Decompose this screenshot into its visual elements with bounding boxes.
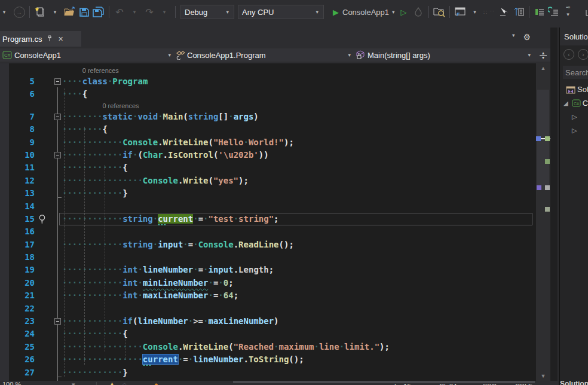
navigation-bar: C# ConsoleApp1 ▾ ConsoleApp1.Program ▾ M… [0,47,558,63]
vertical-scrollbar[interactable]: ▲ ▼ [536,63,550,381]
expanded-arrow-icon[interactable]: ◢ [564,100,568,106]
line-number: 21 [0,289,35,302]
hot-reload-icon[interactable] [412,5,425,19]
code-line-11[interactable]: 11············{ [0,161,536,174]
spc-indicator[interactable]: SPC [483,383,497,385]
browser-link-icon[interactable] [454,5,467,19]
code-line-22[interactable]: 22 [0,302,536,315]
toolbar-overflow-caret-icon[interactable]: ▾ [0,5,11,19]
scrollbar-annotation-mark [536,136,541,141]
warning-icon[interactable]: ▲ [109,381,115,385]
separator [449,6,450,18]
decrease-indent-icon[interactable] [533,5,546,19]
redo-caret-icon[interactable]: ▾ [158,5,171,19]
zoom-level[interactable]: 100 % [2,381,21,385]
tree-item-solution[interactable]: Solution 'ConsoleApp1' [560,82,588,96]
tree-item-collapsed[interactable]: ▷ [560,110,588,124]
code-line-24[interactable]: 24············{ [0,328,536,340]
error-circle-icon[interactable]: ● [154,381,158,385]
project-dropdown-label: ConsoleApp1 [14,51,61,60]
code-line-19[interactable]: 19············int·lineNumber·=·input.Len… [0,264,536,276]
pin-icon[interactable] [47,35,53,42]
tree-item-project[interactable]: ◢ C# ConsoleApp1 [560,96,588,110]
fold-collapse-box[interactable] [54,152,61,158]
settings-gear-icon[interactable]: ⚙ [523,32,531,42]
new-project-caret-icon[interactable]: ▾ [48,5,62,19]
collapsed-arrow-icon[interactable]: ▷ [572,113,577,121]
scrollbar-annotation-mark [545,207,550,212]
char-indicator[interactable]: Ch 34 [439,383,457,385]
code-editor[interactable]: 0 references5····class·Program6····{0 re… [0,63,536,381]
line-indicator[interactable]: Ln 15 [394,383,411,385]
code-line-20[interactable]: 20············int·minLineNumber·=·0; [0,277,536,289]
member-dropdown[interactable]: Main(string[] args) ▾ [353,48,535,62]
undo-caret-icon[interactable]: ▾ [128,5,141,19]
start-without-debugging-icon[interactable]: ▷ [397,5,411,19]
toolbar-grip[interactable]: ·· ·· ·· [483,5,497,19]
close-icon[interactable]: × [58,34,63,44]
start-debugging-button[interactable]: ▶ ConsoleApp1 ▾ [333,5,396,19]
code-line-18[interactable]: 18 [0,251,536,264]
scroll-down-arrow-icon[interactable]: ▼ [536,373,550,379]
type-dropdown[interactable]: ConsoleApp1.Program ▾ [173,48,356,62]
eol-indicator[interactable]: CRLF [515,383,532,385]
code-line-6[interactable]: 6····{ [0,88,536,100]
codelens-references[interactable]: 0 references [102,102,139,109]
increase-indent-icon[interactable] [547,5,561,19]
undo-icon[interactable]: ↶ [113,5,126,19]
highlighted-symbol-current-blue: current [143,355,178,364]
code-line-17[interactable]: 17············string·input·=·Console.Rea… [0,239,536,251]
code-line-27[interactable]: 27············} [0,366,536,379]
fold-collapse-box[interactable] [54,114,61,120]
fold-collapse-box[interactable] [54,78,61,85]
solution-search-input[interactable]: Search Solution Explorer [563,66,588,79]
split-window-button[interactable]: ▲▼ [535,48,551,62]
tab-list-caret-icon[interactable]: ▾ [512,32,515,42]
project-dropdown[interactable]: C# ConsoleApp1 ▾ [0,48,176,62]
code-line-7[interactable]: 7········static·void·Main(string[]·args) [0,111,536,123]
solution-explorer-bottom-tab[interactable]: Solution Explorer [560,380,588,385]
collapsed-arrow-icon[interactable]: ▷ [572,127,577,135]
code-line-10[interactable]: 10············if·(Char.IsControl('\u202b… [0,149,536,161]
scroll-up-arrow-icon[interactable]: ▲ [536,65,550,71]
fold-collapse-box[interactable] [54,318,61,325]
code-text: ············{ [62,161,128,174]
share-icon[interactable] [584,5,588,19]
code-line-14[interactable]: 14 [0,200,536,213]
tree-item-collapsed[interactable]: ▷ [560,124,588,138]
info-circle-icon[interactable]: ◌ [122,381,127,385]
code-line-23[interactable]: 23············if(lineNumber·>=·maxLineNu… [0,315,536,328]
codelens-references[interactable]: 0 references [82,67,119,74]
solution-platforms-dropdown[interactable]: Any CPU ▾ [238,5,324,19]
navigate-forward-icon[interactable]: → [13,5,26,19]
forward-circle-icon[interactable]: › [578,49,588,60]
save-all-icon[interactable] [92,5,105,19]
panel-splitter[interactable] [550,28,558,385]
zoom-caret-icon[interactable]: ▾ [72,381,75,385]
back-circle-icon[interactable]: ‹ [564,49,574,60]
save-icon[interactable] [78,5,91,19]
tab-program-cs[interactable]: Program.cs × [0,31,81,47]
format-document-icon[interactable] [512,5,525,19]
quick-actions-icon[interactable]: “” ▾ [562,5,575,19]
solution-explorer-title[interactable]: Solution Explorer [560,28,588,45]
code-line-9[interactable]: 9············Console.WriteLine("Hello·Wo… [0,136,536,149]
code-line-12[interactable]: 12················Console.Write("yes"); [0,175,536,187]
find-in-files-icon[interactable] [433,5,446,19]
selection-mode-icon[interactable] [498,5,511,19]
code-line-8[interactable]: 8········{ [0,123,536,136]
redo-icon[interactable]: ↷ [143,5,156,19]
code-line-21[interactable]: 21············int·maxLineNumber·=·64; [0,289,536,302]
code-line-16[interactable]: 16 [0,225,536,238]
lightbulb-icon[interactable] [38,214,47,224]
solution-configurations-dropdown[interactable]: Debug ▾ [180,5,234,19]
code-line-15[interactable]: 15············string·current·=·"test·str… [0,213,536,225]
browser-link-caret-icon[interactable]: ▾ [468,5,482,19]
code-line-25[interactable]: 25················Console.WriteLine("Rea… [0,341,536,353]
line-number: 22 [0,302,35,315]
new-project-icon[interactable] [33,5,47,19]
open-file-icon[interactable] [63,5,76,19]
code-line-26[interactable]: 26················current·=·lineNumber.T… [0,353,536,366]
code-line-5[interactable]: 5····class·Program [0,75,536,88]
code-line-13[interactable]: 13············} [0,187,536,200]
